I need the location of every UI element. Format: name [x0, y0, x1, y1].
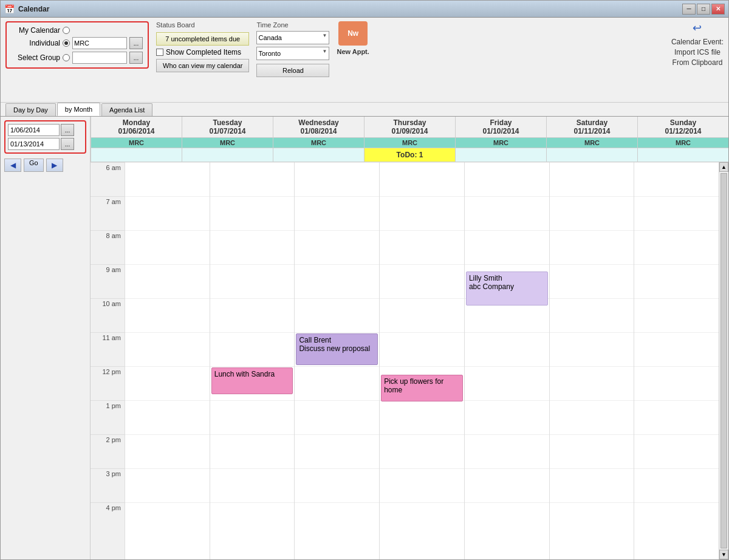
- slot-sun-8am[interactable]: [634, 230, 719, 264]
- slot-sat-11am[interactable]: [550, 332, 634, 366]
- end-date-browse-button[interactable]: ...: [61, 138, 74, 150]
- slot-sat-8am[interactable]: [550, 230, 634, 264]
- slot-thu-1pm[interactable]: [380, 400, 464, 434]
- country-select[interactable]: Canada: [256, 31, 329, 44]
- scroll-down-button[interactable]: ▼: [719, 550, 728, 559]
- slot-tue-11am[interactable]: [210, 332, 295, 366]
- slot-thu-9am[interactable]: [380, 264, 464, 298]
- end-date-input[interactable]: [8, 138, 60, 150]
- slot-sun-1pm[interactable]: [634, 400, 719, 434]
- slot-wed-2pm[interactable]: [295, 434, 379, 468]
- select-group-radio[interactable]: [63, 54, 70, 61]
- slot-mon-10am[interactable]: [125, 298, 210, 332]
- slot-fri-3pm[interactable]: [465, 468, 549, 502]
- slot-sun-6am[interactable]: [634, 162, 719, 196]
- slot-sun-12pm[interactable]: [634, 366, 719, 400]
- tab-agenda-list[interactable]: Agenda List: [101, 103, 152, 116]
- reload-button[interactable]: Reload: [256, 64, 329, 77]
- city-select[interactable]: Toronto: [256, 47, 329, 60]
- slot-wed-8am[interactable]: [295, 230, 379, 264]
- slot-wed-6am[interactable]: [295, 162, 379, 196]
- slot-wed-7am[interactable]: [295, 196, 379, 230]
- slot-fri-1pm[interactable]: [465, 400, 549, 434]
- new-appointment-button[interactable]: Nw New Appt.: [337, 21, 369, 55]
- slot-thu-10am[interactable]: [380, 298, 464, 332]
- minimize-button[interactable]: ─: [682, 4, 696, 15]
- slot-sat-7am[interactable]: [550, 196, 634, 230]
- slot-wed-10am[interactable]: [295, 298, 379, 332]
- slot-sat-10am[interactable]: [550, 298, 634, 332]
- start-date-browse-button[interactable]: ...: [61, 124, 74, 136]
- slot-tue-3pm[interactable]: [210, 468, 295, 502]
- slot-sat-12pm[interactable]: [550, 366, 634, 400]
- slot-mon-9am[interactable]: [125, 264, 210, 298]
- individual-browse-button[interactable]: ...: [129, 37, 143, 49]
- slot-wed-3pm[interactable]: [295, 468, 379, 502]
- my-calendar-radio[interactable]: [63, 27, 70, 34]
- slot-sat-2pm[interactable]: [550, 434, 634, 468]
- event-lunch-sandra[interactable]: Lunch with Sandra: [211, 367, 293, 394]
- slot-thu-3pm[interactable]: [380, 468, 464, 502]
- slot-sun-7am[interactable]: [634, 196, 719, 230]
- slot-tue-6am[interactable]: [210, 162, 295, 196]
- slot-thu-6am[interactable]: [380, 162, 464, 196]
- slot-sat-6am[interactable]: [550, 162, 634, 196]
- slot-thu-4pm[interactable]: [380, 502, 464, 536]
- vertical-scrollbar[interactable]: ▲ ▼: [719, 162, 728, 559]
- slot-mon-6am[interactable]: [125, 162, 210, 196]
- individual-radio[interactable]: [63, 39, 70, 47]
- slot-mon-3pm[interactable]: [125, 468, 210, 502]
- slot-tue-10am[interactable]: [210, 298, 295, 332]
- uncompleted-items-button[interactable]: 7 uncompleted items due: [156, 32, 249, 46]
- slot-sun-9am[interactable]: [634, 264, 719, 298]
- slot-sun-4pm[interactable]: [634, 502, 719, 536]
- show-completed-checkbox[interactable]: [156, 49, 163, 56]
- slot-tue-8am[interactable]: [210, 230, 295, 264]
- slot-wed-4pm[interactable]: [295, 502, 379, 536]
- slot-tue-1pm[interactable]: [210, 400, 295, 434]
- slot-mon-12pm[interactable]: [125, 366, 210, 400]
- event-lilly-smith[interactable]: Lilly Smith abc Company: [466, 271, 548, 306]
- day-col-sunday[interactable]: [634, 162, 719, 559]
- tab-by-month[interactable]: by Month: [57, 103, 100, 116]
- tab-day-by-day[interactable]: Day by Day: [5, 103, 56, 116]
- slot-sun-11am[interactable]: [634, 332, 719, 366]
- slot-fri-7am[interactable]: [465, 196, 549, 230]
- slot-mon-8am[interactable]: [125, 230, 210, 264]
- individual-input[interactable]: [72, 37, 127, 49]
- slot-thu-7am[interactable]: [380, 196, 464, 230]
- go-button[interactable]: Go: [24, 159, 44, 172]
- slot-mon-11am[interactable]: [125, 332, 210, 366]
- next-button[interactable]: ▶: [46, 159, 63, 172]
- slot-fri-4pm[interactable]: [465, 502, 549, 536]
- calendar-import-section[interactable]: ↩ Calendar Event: Import ICS file From C…: [671, 21, 724, 67]
- slot-wed-12pm[interactable]: [295, 366, 379, 400]
- slot-thu-2pm[interactable]: [380, 434, 464, 468]
- scroll-thumb[interactable]: [720, 173, 727, 548]
- slot-fri-8am[interactable]: [465, 230, 549, 264]
- scroll-up-button[interactable]: ▲: [719, 162, 728, 172]
- slot-sun-10am[interactable]: [634, 298, 719, 332]
- event-call-brent[interactable]: Call Brent Discuss new proposal: [296, 333, 378, 365]
- select-group-browse-button[interactable]: ...: [129, 52, 143, 64]
- slot-mon-7am[interactable]: [125, 196, 210, 230]
- slot-mon-2pm[interactable]: [125, 434, 210, 468]
- slot-fri-12pm[interactable]: [465, 366, 549, 400]
- day-col-friday[interactable]: Lilly Smith abc Company: [464, 162, 549, 559]
- slot-fri-11am[interactable]: [465, 332, 549, 366]
- slot-tue-9am[interactable]: [210, 264, 295, 298]
- close-button[interactable]: ✕: [711, 4, 725, 15]
- who-can-view-button[interactable]: Who can view my calendar: [156, 59, 249, 72]
- select-group-input[interactable]: [72, 52, 127, 64]
- slot-wed-9am[interactable]: [295, 264, 379, 298]
- day-col-thursday[interactable]: Pick up flowers for home: [379, 162, 464, 559]
- prev-button[interactable]: ◀: [4, 159, 21, 172]
- slot-sat-1pm[interactable]: [550, 400, 634, 434]
- slot-fri-2pm[interactable]: [465, 434, 549, 468]
- day-col-tuesday[interactable]: Lunch with Sandra: [210, 162, 295, 559]
- slot-wed-1pm[interactable]: [295, 400, 379, 434]
- day-col-wednesday[interactable]: Call Brent Discuss new proposal: [294, 162, 379, 559]
- maximize-button[interactable]: □: [697, 4, 710, 15]
- event-pick-flowers[interactable]: Pick up flowers for home: [381, 375, 463, 401]
- slot-mon-4pm[interactable]: [125, 502, 210, 536]
